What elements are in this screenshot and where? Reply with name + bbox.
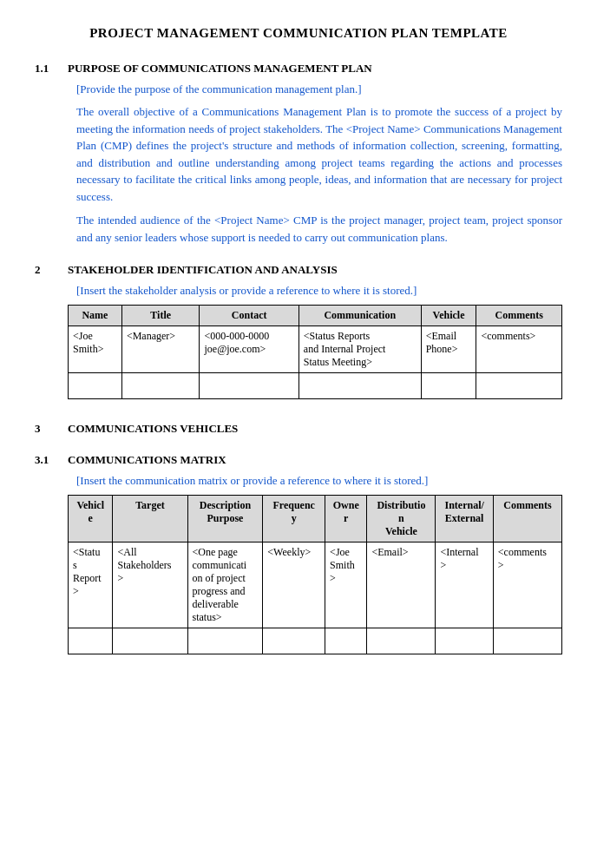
cell-comments: <comments> [476,326,562,373]
matrix-empty-2 [113,628,187,654]
col-distribution: DistributionVehicle [367,496,436,542]
cell-empty-5 [421,373,476,399]
matrix-empty-3 [187,628,263,654]
matrix-row-empty [69,628,562,654]
cell-title: <Manager> [121,326,200,373]
section-3-1-heading: COMMUNICATIONS MATRIX [68,453,562,467]
cell-communication: <Status Reportsand Internal ProjectStatu… [298,326,421,373]
cell-empty-4 [298,373,421,399]
matrix-cell-description: <One pagecommunication of projectprogres… [187,542,263,628]
matrix-cell-owner: <JoeSmith> [325,542,367,628]
communications-matrix-table: Vehicle Target DescriptionPurpose Freque… [68,495,562,654]
table-row: <JoeSmith> <Manager> <000-000-0000joe@jo… [69,326,562,373]
section-2-placeholder: [Insert the stakeholder analysis or prov… [68,284,562,298]
matrix-cell-distribution: <Email> [367,542,436,628]
matrix-cell-internal: <Internal> [436,542,493,628]
col-description: DescriptionPurpose [187,496,263,542]
section-3-1-number: 3.1 [35,453,59,667]
col-title: Title [121,306,200,326]
cell-empty-2 [121,373,200,399]
matrix-cell-vehicle: <StatusReport> [69,542,113,628]
cell-empty-1 [69,373,122,399]
section-1-1-body1: The overall objective of a Communication… [68,103,562,205]
section-2-number: 2 [35,263,59,411]
cell-name: <JoeSmith> [69,326,122,373]
cell-vehicle: <EmailPhone> [421,326,476,373]
matrix-cell-comments: <comments> [493,542,561,628]
section-3-number: 3 [35,422,59,443]
matrix-empty-1 [69,628,113,654]
matrix-cell-frequency: <Weekly> [263,542,325,628]
col-owner: Owner [325,496,367,542]
cell-empty-6 [476,373,562,399]
col-vehicle: Vehicle [69,496,113,542]
col-communication: Communication [298,306,421,326]
matrix-row: <StatusReport> <AllStakeholders> <One pa… [69,542,562,628]
matrix-cell-target: <AllStakeholders> [113,542,187,628]
col-frequency: Frequency [263,496,325,542]
cell-contact: <000-000-0000joe@joe.com> [200,326,298,373]
section-3-heading: COMMUNICATIONS VEHICLES [68,422,562,436]
page-title: PROJECT MANAGEMENT COMMUNICATION PLAN TE… [35,26,562,41]
matrix-empty-4 [263,628,325,654]
col-contact: Contact [200,306,298,326]
section-1-1-placeholder: [Provide the purpose of the communicatio… [68,82,562,96]
section-1-1-number: 1.1 [35,62,59,253]
col-vehicle: Vehicle [421,306,476,326]
cell-empty-3 [200,373,298,399]
col-internal-external: Internal/External [436,496,493,542]
section-1-1-body2: The intended audience of the <Project Na… [68,212,562,246]
stakeholder-table: Name Title Contact Communication Vehicle… [68,305,562,399]
col-comments: Comments [476,306,562,326]
matrix-empty-7 [436,628,493,654]
col-target: Target [113,496,187,542]
section-1-1-heading: PURPOSE OF COMMUNICATIONS MANAGEMENT PLA… [68,62,562,76]
section-3-1-placeholder: [Insert the communication matrix or prov… [68,474,562,488]
table-row-empty [69,373,562,399]
col-comments: Comments [493,496,561,542]
matrix-empty-8 [493,628,561,654]
section-2-heading: STAKEHOLDER IDENTIFICATION AND ANALYSIS [68,263,562,277]
col-name: Name [69,306,122,326]
matrix-empty-5 [325,628,367,654]
matrix-empty-6 [367,628,436,654]
